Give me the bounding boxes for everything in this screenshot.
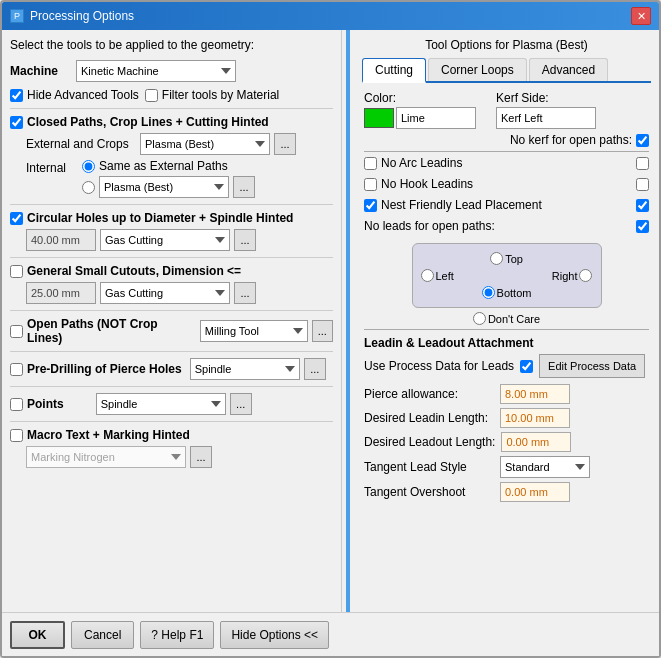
tangent-overshoot-label: Tangent Overshoot (364, 485, 494, 499)
dont-care-label[interactable]: Don't Care (364, 312, 649, 325)
ok-button[interactable]: OK (10, 621, 65, 649)
tab-cutting[interactable]: Cutting (362, 58, 426, 83)
help-button[interactable]: ? Help F1 (140, 621, 214, 649)
use-process-checkbox[interactable] (520, 360, 533, 373)
no-kerf-checkbox[interactable] (636, 134, 649, 147)
circular-diameter-input[interactable] (26, 229, 96, 251)
predrilling-dropdown[interactable]: Spindle (190, 358, 300, 380)
cancel-button[interactable]: Cancel (71, 621, 134, 649)
right-radio[interactable] (579, 269, 592, 282)
leadout-length-input[interactable] (501, 432, 571, 452)
lead-checkboxes: No Arc Leadins No Hook Leadins Nest Frie… (364, 156, 649, 237)
tangent-overshoot-input[interactable] (500, 482, 570, 502)
kerf-group: Kerf Side: Kerf Left (496, 91, 596, 129)
close-button[interactable]: ✕ (631, 7, 651, 25)
closed-paths-checkbox[interactable] (10, 116, 23, 129)
tabs-bar: Cutting Corner Loops Advanced (362, 58, 651, 83)
vertical-divider (346, 30, 350, 612)
open-paths-checkbox[interactable] (10, 325, 23, 338)
points-dots[interactable]: ... (230, 393, 252, 415)
internal-dots[interactable]: ... (233, 176, 255, 198)
color-dropdown[interactable]: Lime (396, 107, 476, 129)
external-crops-dropdown[interactable]: Plasma (Best) (140, 133, 270, 155)
pierce-row: Pierce allowance: (364, 384, 649, 404)
hide-options-button[interactable]: Hide Options << (220, 621, 329, 649)
right-title: Tool Options for Plasma (Best) (362, 38, 651, 52)
internal-dropdown[interactable]: Plasma (Best) (99, 176, 229, 198)
general-small-tool-dropdown[interactable]: Gas Cutting (100, 282, 230, 304)
no-kerf-label: No kerf for open paths: (510, 133, 632, 147)
no-arc-checkbox[interactable] (364, 157, 377, 170)
tangent-style-row: Tangent Lead Style Standard (364, 456, 649, 478)
external-crops-row: External and Crops Plasma (Best) ... (26, 133, 333, 155)
predrilling-header-row: Pre-Drilling of Pierce Holes Spindle ... (10, 358, 333, 380)
open-paths-header-row: Open Paths (NOT Crop Lines) Milling Tool… (10, 317, 333, 345)
internal-options: Same as External Paths Plasma (Best) ... (82, 159, 255, 198)
no-arc-right-checkbox[interactable] (636, 157, 649, 170)
macro-text-dropdown[interactable]: Marking Nitrogen (26, 446, 186, 468)
leadout-length-label: Desired Leadout Length: (364, 435, 495, 449)
main-content: Select the tools to be applied to the ge… (2, 30, 659, 612)
tab-corner-loops[interactable]: Corner Loops (428, 58, 527, 81)
internal-radio2-label[interactable] (82, 181, 95, 194)
left-radio[interactable] (421, 269, 434, 282)
open-paths-label: Open Paths (NOT Crop Lines) (27, 317, 192, 345)
leadin-length-input[interactable] (500, 408, 570, 428)
use-process-row: Use Process Data for Leads Edit Process … (364, 354, 649, 378)
general-small-header: General Small Cutouts, Dimension <= (10, 264, 333, 278)
instruction-text: Select the tools to be applied to the ge… (10, 38, 333, 52)
leadin-length-label: Desired Leadin Length: (364, 411, 494, 425)
closed-paths-header: Closed Paths, Crop Lines + Cutting Hinte… (10, 115, 333, 129)
circular-tool-dropdown[interactable]: Gas Cutting (100, 229, 230, 251)
no-leads-checkbox[interactable] (636, 220, 649, 233)
filter-material-checkbox[interactable]: Filter tools by Material (145, 88, 279, 102)
edit-process-button[interactable]: Edit Process Data (539, 354, 645, 378)
no-hook-right-checkbox[interactable] (636, 178, 649, 191)
use-process-label: Use Process Data for Leads (364, 359, 514, 373)
general-small-dots[interactable]: ... (234, 282, 256, 304)
left-radio-label[interactable]: Left (421, 269, 454, 282)
predrilling-checkbox[interactable] (10, 363, 23, 376)
internal-radio1[interactable]: Same as External Paths (82, 159, 255, 173)
no-hook-checkbox[interactable] (364, 178, 377, 191)
general-small-dim-input[interactable] (26, 282, 96, 304)
kerf-label: Kerf Side: (496, 91, 596, 105)
nest-friendly-checkbox[interactable] (364, 199, 377, 212)
main-window: P Processing Options ✕ Select the tools … (0, 0, 661, 658)
right-radio-label[interactable]: Right (552, 269, 593, 282)
leadin-length-row: Desired Leadin Length: (364, 408, 649, 428)
macro-text-checkbox[interactable] (10, 429, 23, 442)
open-paths-dots[interactable]: ... (312, 320, 333, 342)
open-paths-dropdown[interactable]: Milling Tool (200, 320, 308, 342)
tangent-style-label: Tangent Lead Style (364, 460, 494, 474)
macro-text-dots[interactable]: ... (190, 446, 212, 468)
points-dropdown[interactable]: Spindle (96, 393, 226, 415)
dont-care-radio[interactable] (473, 312, 486, 325)
points-label: Points (27, 397, 64, 411)
predrilling-dots[interactable]: ... (304, 358, 326, 380)
top-radio[interactable] (490, 252, 503, 265)
pierce-input[interactable] (500, 384, 570, 404)
machine-dropdown[interactable]: Kinetic Machine (76, 60, 236, 82)
tangent-style-dropdown[interactable]: Standard (500, 456, 590, 478)
circular-dots[interactable]: ... (234, 229, 256, 251)
bottom-radio-label[interactable]: Bottom (482, 286, 532, 299)
kerf-dropdown[interactable]: Kerf Left (496, 107, 596, 129)
macro-text-row: Marking Nitrogen ... (10, 446, 333, 468)
no-hook-label: No Hook Leadins (381, 177, 473, 191)
points-checkbox[interactable] (10, 398, 23, 411)
no-hook-row: No Hook Leadins (364, 177, 649, 191)
circular-holes-checkbox[interactable] (10, 212, 23, 225)
tab-advanced[interactable]: Advanced (529, 58, 608, 81)
no-arc-label: No Arc Leadins (381, 156, 462, 170)
nest-friendly-right-checkbox[interactable] (636, 199, 649, 212)
external-crops-dots[interactable]: ... (274, 133, 296, 155)
pierce-label: Pierce allowance: (364, 387, 494, 401)
color-swatch (364, 108, 394, 128)
external-crops-label: External and Crops (26, 137, 136, 151)
general-small-checkbox[interactable] (10, 265, 23, 278)
hide-advanced-tools-checkbox[interactable]: Hide Advanced Tools (10, 88, 139, 102)
window-title: Processing Options (30, 9, 134, 23)
top-radio-label[interactable]: Top (490, 252, 523, 265)
bottom-radio[interactable] (482, 286, 495, 299)
